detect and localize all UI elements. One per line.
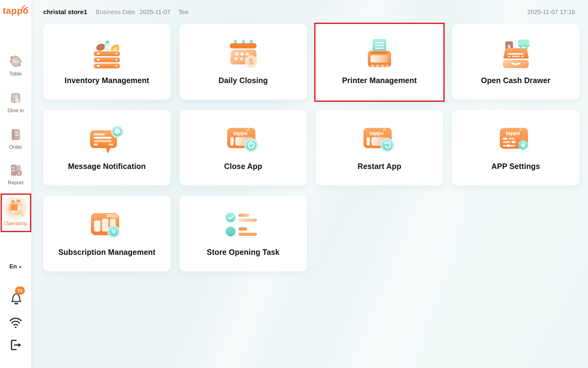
card-label: Close App [224, 162, 262, 171]
tappo-logo: tappo [0, 6, 31, 16]
store-name: christal store1 [43, 8, 87, 16]
card-label: Store Opening Task [207, 248, 280, 257]
sidebar-item-dine-in[interactable]: Dine in [0, 91, 31, 114]
inventory-icon [92, 39, 122, 69]
subscription-icon: PRO V [90, 211, 123, 241]
card-subscription-management[interactable]: PRO V Subscription Management [43, 196, 171, 271]
report-icon: ¥ [9, 163, 23, 177]
business-date-label: Business Date [96, 9, 135, 16]
order-icon [9, 128, 22, 141]
sidebar-item-report[interactable]: ¥ Report [0, 163, 31, 186]
table-icon [9, 55, 22, 68]
svg-text:¥: ¥ [18, 171, 20, 175]
notification-badge: 71 [15, 286, 25, 295]
logo-leaf-icon [21, 4, 28, 10]
card-app-settings[interactable]: tappo APP Settin [452, 110, 579, 186]
notification-bell-button[interactable]: 71 [8, 289, 24, 306]
card-store-opening-task[interactable]: Store Opening Task [179, 196, 307, 271]
logout-button[interactable] [9, 339, 22, 353]
sidebar-item-label: Table [0, 71, 31, 77]
printer-icon [364, 39, 395, 69]
card-label: Inventory Management [65, 76, 149, 85]
sidebar-item-label: Operating [0, 220, 31, 227]
sidebar-item-label: Report [0, 180, 31, 186]
card-label: APP Settings [492, 162, 540, 171]
message-notification-icon [90, 125, 124, 155]
card-label: Subscription Management [58, 248, 155, 257]
store-opening-task-icon [225, 211, 261, 241]
card-label: Restart App [358, 162, 401, 171]
app-settings-icon: tappo [499, 125, 532, 155]
wifi-button[interactable] [9, 316, 23, 330]
card-label: Message Notification [68, 162, 146, 171]
logout-icon [9, 339, 22, 351]
card-daily-closing[interactable]: $ Daily Closing [179, 24, 307, 100]
function-cards-grid: Inventory Management [43, 24, 579, 271]
sidebar-item-order[interactable]: Order [0, 128, 31, 150]
sidebar-item-label: Dine in [0, 108, 31, 114]
main-area: christal store1 Business Date 2025-11-07… [31, 0, 588, 368]
datetime-display: 2025-11-07 17:16 [527, 9, 575, 16]
operating-icon [7, 199, 24, 212]
card-open-cash-drawer[interactable]: $ Open Cash Drawer [452, 24, 579, 100]
svg-text:$: $ [249, 57, 254, 66]
close-app-icon: tappo [227, 125, 260, 155]
svg-text:V: V [112, 228, 116, 235]
svg-text:PRO: PRO [107, 213, 118, 219]
svg-text:tappo: tappo [233, 130, 247, 136]
svg-text:tappo: tappo [506, 130, 520, 136]
chevron-down-icon: ▼ [18, 265, 22, 269]
card-message-notification[interactable]: Message Notification [43, 110, 171, 186]
card-label: Open Cash Drawer [481, 76, 551, 85]
svg-text:tappo: tappo [370, 130, 384, 136]
meal-period-label: Tea [178, 9, 188, 16]
language-selector[interactable]: En▼ [0, 263, 31, 270]
wifi-icon [9, 316, 23, 329]
card-label: Daily Closing [219, 76, 268, 85]
card-label: Printer Management [342, 76, 417, 85]
language-code: En [9, 263, 17, 270]
sidebar-item-label: Order [0, 144, 31, 150]
app-window: tappo Table [0, 0, 588, 368]
daily-closing-icon: $ [228, 39, 258, 69]
card-printer-management[interactable]: Printer Management [316, 24, 443, 100]
card-inventory-management[interactable]: Inventory Management [43, 24, 171, 100]
card-close-app[interactable]: tappo Close App [179, 110, 307, 186]
header: christal store1 Business Date 2025-11-07… [43, 0, 575, 24]
card-restart-app[interactable]: tappo Restart App [316, 110, 443, 186]
cash-drawer-icon: $ [499, 39, 533, 69]
sidebar-item-table[interactable]: Table [0, 55, 31, 77]
restart-app-icon: tappo [363, 125, 396, 155]
business-date-value: 2025-11-07 [140, 9, 171, 16]
sidebar: tappo Table [0, 0, 31, 368]
sidebar-item-operating[interactable]: Operating [0, 199, 31, 227]
dine-in-icon [9, 91, 22, 105]
